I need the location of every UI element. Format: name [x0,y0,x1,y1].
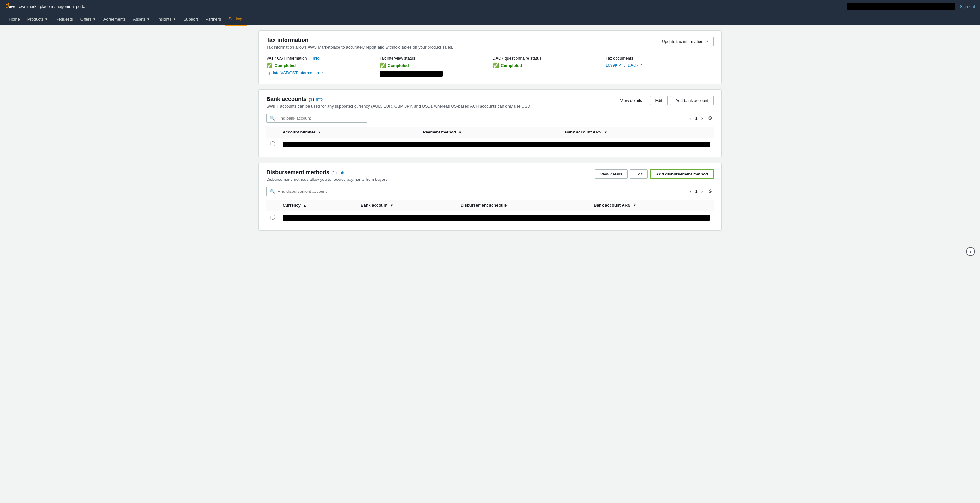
vat-info-link[interactable]: Info [313,56,320,60]
bank-table-row[interactable] [266,138,714,151]
disbursement-settings-button[interactable]: ⚙ [707,187,714,196]
disbursement-next-page-button[interactable]: › [700,188,704,196]
doc-links: 1099K ↗ , DAC7 ↗ [606,62,714,67]
tax-status-grid: VAT / GST information | Info ✅ Completed… [266,56,714,78]
bank-row-radio[interactable] [270,142,275,146]
disbursement-card-title: Disbursement methods [266,169,329,176]
disbursement-search-row: 🔍 ‹ 1 › ⚙ [266,187,714,196]
nav-products[interactable]: Products ▼ [24,13,52,25]
disbursement-card-header: Disbursement methods (1) Info Disburseme… [266,169,714,182]
nav-bar: Home Products ▼ Requests Offers ▼ Agreem… [0,13,980,25]
add-bank-account-button[interactable]: Add bank account [670,96,714,105]
disbursement-view-details-button[interactable]: View details [595,169,628,178]
disbursement-schedule-col-header[interactable]: Disbursement schedule [457,200,590,211]
add-disbursement-method-button[interactable]: Add disbursement method [650,169,714,179]
bank-view-details-button[interactable]: View details [615,96,647,105]
doc-dac7-link[interactable]: DAC7 ↗ [628,63,643,67]
disbursement-arn-col-header[interactable]: Bank account ARN ▼ [590,200,714,211]
bank-page-num: 1 [695,116,697,121]
nav-offers[interactable]: Offers ▼ [77,13,100,25]
svg-text:aws: aws [9,5,16,8]
disbursement-prev-page-button[interactable]: ‹ [689,188,692,196]
bank-settings-button[interactable]: ⚙ [707,114,714,123]
disbursement-bank-account-col-header[interactable]: Bank account ▼ [356,200,457,211]
bank-row-select-cell[interactable] [266,138,279,151]
assets-arrow-icon: ▼ [147,18,150,21]
update-vat-external-icon: ↗ [321,71,324,75]
disbursement-arn-sort-icon: ▼ [633,204,636,207]
bank-button-group: View details Edit Add bank account [615,96,714,105]
disbursement-count-badge: (1) [331,170,337,175]
nav-assets[interactable]: Assets ▼ [129,13,154,25]
nav-settings[interactable]: Settings [225,13,247,25]
disbursement-row-select-cell[interactable] [266,211,279,224]
tax-interview-status: Completed [388,63,409,68]
disbursement-search-input[interactable] [277,189,364,194]
disbursement-table-header-row: Currency ▲ Bank account ▼ Disbursement s… [266,200,714,211]
disbursement-table-row[interactable] [266,211,714,224]
nav-requests[interactable]: Requests [52,13,77,25]
tax-card-header: Tax information Tax information allows A… [266,37,714,49]
disbursement-select-col-header [266,200,279,211]
bank-account-number-col-header[interactable]: Account number ▲ [279,127,419,138]
bank-next-page-button[interactable]: › [700,114,704,123]
bank-arn-sort-icon: ▼ [604,131,608,134]
account-number-sort-icon: ▲ [318,131,321,134]
update-tax-info-button[interactable]: Update tax information ↗ [657,37,714,46]
update-vat-link[interactable]: Update VAT/GST information ↗ [266,70,324,75]
nav-agreements[interactable]: Agreements [100,13,129,25]
tax-documents-item: Tax documents 1099K ↗ , DAC7 ↗ [606,56,714,78]
insights-arrow-icon: ▼ [173,18,176,21]
tax-interview-status-item: Tax interview status ✅ Completed [380,56,488,78]
dac7-status-item: DAC7 questionnaire status ✅ Completed [493,56,601,78]
bank-payment-method-col-header[interactable]: Payment method ▼ [419,127,561,138]
app-title: aws marketplace management portal [19,4,86,9]
disbursement-methods-card: Disbursement methods (1) Info Disburseme… [258,162,722,231]
products-arrow-icon: ▼ [45,18,48,21]
bank-row-redacted-cell [279,138,714,151]
aws-logo-icon: aws [5,3,16,10]
currency-sort-icon: ▲ [303,204,307,207]
disbursement-table: Currency ▲ Bank account ▼ Disbursement s… [266,200,714,224]
bank-prev-page-button[interactable]: ‹ [689,114,692,123]
bank-select-col-header [266,127,279,138]
bank-search-row: 🔍 ‹ 1 › ⚙ [266,114,714,123]
bank-search-wrap[interactable]: 🔍 [266,114,367,123]
disbursement-search-wrap[interactable]: 🔍 [266,187,367,196]
disbursement-info-link[interactable]: Info [339,170,345,175]
bank-pagination: ‹ 1 › ⚙ [689,114,714,123]
disbursement-row-radio[interactable] [270,215,275,220]
nav-partners[interactable]: Partners [202,13,225,25]
nav-support[interactable]: Support [180,13,202,25]
bank-search-input[interactable] [277,116,364,121]
bank-info-link[interactable]: Info [316,97,323,102]
disbursement-edit-button[interactable]: Edit [630,169,648,178]
bank-search-icon: 🔍 [270,116,275,121]
dac7-status: Completed [501,63,522,68]
bank-account-sort-icon: ▼ [390,204,393,207]
tax-information-card: Tax information Tax information allows A… [258,30,722,84]
tax-card-title: Tax information [266,37,453,43]
offers-arrow-icon: ▼ [93,18,96,21]
disbursement-card-left: Disbursement methods (1) Info Disburseme… [266,169,388,182]
disbursement-button-group: View details Edit Add disbursement metho… [595,169,714,179]
top-search-bar[interactable] [848,3,955,10]
bank-card-left: Bank accounts (1) Info SWIFT accounts ca… [266,96,531,108]
bank-card-title: Bank accounts [266,96,307,103]
disbursement-currency-col-header[interactable]: Currency ▲ [279,200,356,211]
dac7-check-icon: ✅ [493,62,499,68]
nav-home[interactable]: Home [5,13,24,25]
vat-gst-status-item: VAT / GST information | Info ✅ Completed… [266,56,374,78]
nav-insights[interactable]: Insights ▼ [154,13,180,25]
disbursement-search-icon: 🔍 [270,189,275,194]
bank-arn-col-header[interactable]: Bank account ARN ▼ [561,127,714,138]
top-bar: aws aws marketplace management portal Si… [0,0,980,13]
doc-1099k-link[interactable]: 1099K ↗ [606,63,622,67]
tax-card-subtitle: Tax information allows AWS Marketplace t… [266,45,453,49]
disbursement-page-num: 1 [695,189,697,194]
tax-card-left: Tax information Tax information allows A… [266,37,453,49]
bank-edit-button[interactable]: Edit [650,96,668,105]
top-bar-right: Sign out [848,3,975,10]
disbursement-pagination: ‹ 1 › ⚙ [689,187,714,196]
sign-out-link[interactable]: Sign out [960,4,975,9]
